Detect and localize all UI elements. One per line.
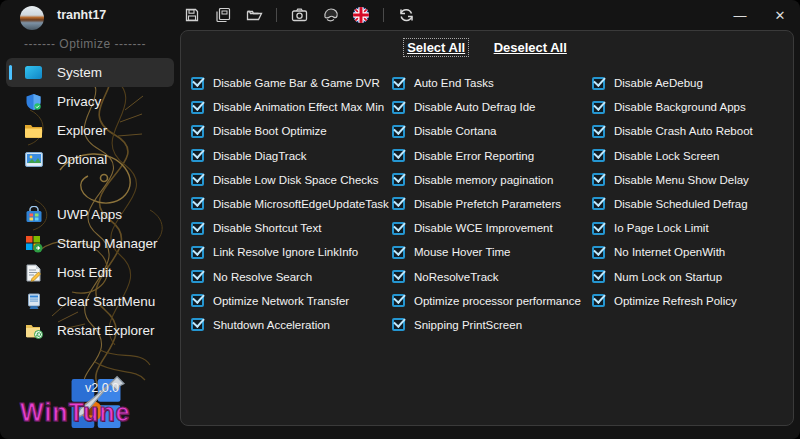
checkbox-item[interactable]: Disable Low Disk Space Checks [191, 173, 396, 187]
checkbox-checked-icon[interactable] [592, 222, 605, 235]
sidebar-item-uwp-apps[interactable]: UWP Apps [6, 200, 174, 229]
checkbox-item[interactable]: Disable Animation Effect Max Min [191, 100, 396, 114]
select-all-link[interactable]: Select All [404, 39, 468, 56]
sidebar-item-label: Privacy [57, 94, 101, 109]
brand-label: WinTune [20, 398, 130, 427]
checkbox-label: Disable Game Bar & Game DVR [213, 77, 380, 89]
checkbox-item[interactable]: Disable Prefetch Parameters [392, 197, 597, 211]
checkbox-item[interactable]: Io Page Lock Limit [592, 221, 797, 235]
checkbox-item[interactable]: Disable memory pagination [392, 173, 597, 187]
uwp-icon [24, 205, 43, 224]
checkbox-item[interactable]: Num Lock on Startup [592, 270, 797, 284]
checkbox-item[interactable]: Disable Background Apps [592, 100, 797, 114]
checkbox-checked-icon[interactable] [191, 294, 204, 307]
sidebar-item-optional[interactable]: Optional [6, 145, 174, 174]
checkbox-column-3: Disable AeDebugDisable Background AppsDi… [592, 76, 797, 308]
sidebar-item-explorer[interactable]: Explorer [6, 116, 174, 145]
checkbox-label: Disable Auto Defrag Ide [414, 101, 535, 113]
checkbox-checked-icon[interactable] [392, 173, 405, 186]
sidebar-item-startup-manager[interactable]: Startup Manager [6, 229, 174, 258]
checkbox-item[interactable]: Link Resolve Ignore LinkInfo [191, 245, 396, 259]
checkbox-checked-icon[interactable] [592, 246, 605, 259]
checkbox-checked-icon[interactable] [392, 197, 405, 210]
sidebar-item-privacy[interactable]: Privacy [6, 87, 174, 116]
sidebar-section-label: ------- Optimize ------- [0, 37, 170, 51]
checkbox-item[interactable]: Disable WCE Improvement [392, 221, 597, 235]
checkbox-checked-icon[interactable] [592, 294, 605, 307]
minimize-button[interactable]: — [720, 0, 760, 30]
checkbox-item[interactable]: Disable Error Reporting [392, 149, 597, 163]
checkbox-item[interactable]: Mouse Hover Time [392, 245, 597, 259]
checkbox-checked-icon[interactable] [392, 318, 405, 331]
checkbox-item[interactable]: Disable Shortcut Text [191, 221, 396, 235]
deselect-all-link[interactable]: Deselect All [491, 39, 570, 56]
checkbox-checked-icon[interactable] [191, 246, 204, 259]
theme-icon[interactable] [318, 3, 342, 27]
checkbox-item[interactable]: Disable Scheduled Defrag [592, 197, 797, 211]
screenshot-camera-icon[interactable] [287, 3, 311, 27]
checkbox-checked-icon[interactable] [392, 149, 405, 162]
checkbox-checked-icon[interactable] [392, 77, 405, 90]
toolbar-separator [276, 8, 277, 22]
checkbox-checked-icon[interactable] [191, 77, 204, 90]
checkbox-checked-icon[interactable] [392, 125, 405, 138]
checkbox-label: Mouse Hover Time [414, 246, 511, 258]
checkbox-checked-icon[interactable] [392, 294, 405, 307]
checkbox-checked-icon[interactable] [191, 101, 204, 114]
checkbox-label: NoResolveTrack [414, 271, 499, 283]
checkbox-checked-icon[interactable] [392, 101, 405, 114]
checkbox-checked-icon[interactable] [592, 149, 605, 162]
sidebar-item-clear-startmenu[interactable]: Clear StartMenu [6, 287, 174, 316]
checkbox-checked-icon[interactable] [191, 197, 204, 210]
checkbox-item[interactable]: Disable Menu Show Delay [592, 173, 797, 187]
checkbox-item[interactable]: Snipping PrintScreen [392, 318, 597, 332]
checkbox-item[interactable]: Auto End Tasks [392, 76, 597, 90]
checkbox-checked-icon[interactable] [191, 222, 204, 235]
checkbox-checked-icon[interactable] [191, 270, 204, 283]
checkbox-checked-icon[interactable] [592, 77, 605, 90]
save-all-icon[interactable] [211, 3, 235, 27]
checkbox-item[interactable]: Disable DiagTrack [191, 149, 396, 163]
checkbox-item[interactable]: Optimize processor performance [392, 294, 597, 308]
checkbox-item[interactable]: No Internet OpenWith [592, 245, 797, 259]
sidebar-item-system[interactable]: System [6, 58, 174, 87]
checkbox-item[interactable]: No Resolve Search [191, 270, 396, 284]
checkbox-item[interactable]: Disable Boot Optimize [191, 124, 396, 138]
refresh-icon[interactable] [394, 3, 418, 27]
checkbox-item[interactable]: Optimize Network Transfer [191, 294, 396, 308]
checkbox-checked-icon[interactable] [592, 101, 605, 114]
checkbox-item[interactable]: Shutdown Acceleration [191, 318, 396, 332]
checkbox-checked-icon[interactable] [392, 246, 405, 259]
checkbox-checked-icon[interactable] [592, 125, 605, 138]
checkbox-checked-icon[interactable] [592, 173, 605, 186]
checkbox-item[interactable]: Disable MicrosoftEdgeUpdateTask [191, 197, 396, 211]
checkbox-checked-icon[interactable] [392, 222, 405, 235]
checkbox-checked-icon[interactable] [191, 173, 204, 186]
privacy-icon [24, 92, 43, 111]
checkbox-item[interactable]: Disable Lock Screen [592, 149, 797, 163]
checkbox-checked-icon[interactable] [191, 318, 204, 331]
sidebar-item-restart-explorer[interactable]: Restart Explorer [6, 316, 174, 345]
checkbox-item[interactable]: Disable Cortana [392, 124, 597, 138]
checkbox-item[interactable]: NoResolveTrack [392, 270, 597, 284]
app-window: tranht17 [0, 0, 800, 439]
checkbox-checked-icon[interactable] [592, 270, 605, 283]
checkbox-checked-icon[interactable] [191, 125, 204, 138]
checkbox-label: Disable Boot Optimize [213, 125, 327, 137]
checkbox-label: Num Lock on Startup [614, 271, 722, 283]
checkbox-checked-icon[interactable] [392, 270, 405, 283]
checkbox-item[interactable]: Disable Auto Defrag Ide [392, 100, 597, 114]
language-uk-flag-icon[interactable] [349, 3, 373, 27]
open-folder-icon[interactable] [242, 3, 266, 27]
checkbox-item[interactable]: Optimize Refresh Policy [592, 294, 797, 308]
checkbox-item[interactable]: Disable Crash Auto Reboot [592, 124, 797, 138]
save-icon[interactable] [180, 3, 204, 27]
checkbox-checked-icon[interactable] [191, 149, 204, 162]
checkbox-item[interactable]: Disable Game Bar & Game DVR [191, 76, 396, 90]
user-avatar[interactable] [20, 6, 44, 30]
sidebar-item-label: Clear StartMenu [57, 294, 155, 309]
sidebar-item-host-edit[interactable]: Host Edit [6, 258, 174, 287]
checkbox-item[interactable]: Disable AeDebug [592, 76, 797, 90]
close-button[interactable]: ✕ [760, 0, 800, 30]
checkbox-checked-icon[interactable] [592, 197, 605, 210]
